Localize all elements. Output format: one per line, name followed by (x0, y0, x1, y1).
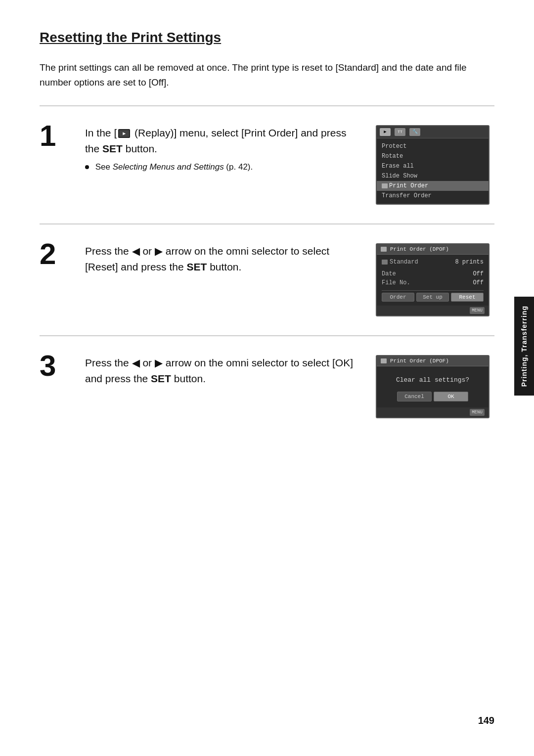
date-value: Off (473, 270, 484, 277)
standard-label: Standard (382, 259, 418, 266)
screen3-message: Clear all settings? (382, 376, 484, 384)
tab-replay: ▶ (380, 128, 391, 136)
fileno-label: File No. (382, 279, 410, 286)
step-1-number: 1 (40, 121, 65, 151)
screen3-menu-icon: MENU ↩ (470, 409, 485, 416)
side-label-container: Printing, Transferring (514, 297, 534, 396)
standard-value: 8 prints (455, 259, 484, 266)
step-1-subtext: See Selecting Menus and Settings (p. 42)… (85, 162, 356, 172)
date-label: Date (382, 270, 396, 277)
screen3-buttons: Cancel OK (382, 392, 484, 401)
tab-settings: 🔧 (409, 128, 420, 136)
camera-screen-2: Print Order (DPOF) Standard 8 prints Dat… (376, 243, 490, 316)
camera-screen-3: Print Order (DPOF) Clear all settings? C… (376, 355, 490, 418)
page-number: 149 (478, 715, 494, 726)
side-label-text: Printing, Transferring (520, 306, 528, 387)
step-1-page-ref: (p. 42). (224, 162, 253, 172)
step-2-text-p2: button. (207, 261, 241, 272)
screen2-standard-row: Standard 8 prints (382, 259, 484, 266)
step-1-text: In the [▶ (Replay)] menu, select [Print … (85, 125, 356, 157)
ok-btn: OK (434, 392, 468, 401)
menu-transfer-order: Transfer Order (377, 191, 489, 201)
step-1-text-before: In the [ (85, 127, 117, 138)
step-3-set-bold: SET (151, 373, 171, 384)
step-1-text-after: button. (123, 143, 157, 154)
page-title: Resetting the Print Settings (40, 30, 494, 45)
step-1-italic: Selecting Menus and Settings (113, 162, 224, 172)
step-3-body: Press the ◀ or ▶ arrow on the omni selec… (85, 355, 356, 387)
setup-btn: Set up (416, 293, 449, 302)
order-btn: Order (382, 293, 414, 302)
step-3-section: 3 Press the ◀ or ▶ arrow on the omni sel… (40, 335, 494, 437)
screen1-header: ▶ TT 🔧 (377, 126, 489, 138)
step-3-number: 3 (40, 351, 65, 381)
replay-icon: ▶ (118, 129, 130, 138)
step-1-section: 1 In the [▶ (Replay)] menu, select [Prin… (40, 105, 494, 223)
step-3-text: Press the ◀ or ▶ arrow on the omni selec… (85, 355, 356, 387)
step-2-body: Press the ◀ or ▶ arrow on the omni selec… (85, 243, 356, 275)
camera-screen-1: ▶ TT 🔧 Protect Rotate Erase all Slide Sh… (376, 125, 490, 205)
menu-slide-show: Slide Show (377, 171, 489, 181)
step-3-text-p1: Press the ◀ or ▶ arrow on the omni selec… (85, 357, 353, 385)
menu-protect: Protect (377, 141, 489, 151)
screen3-body: Clear all settings? Cancel OK (377, 366, 489, 407)
step-2-set-bold: SET (186, 261, 207, 272)
step-2-text: Press the ◀ or ▶ arrow on the omni selec… (85, 243, 356, 275)
screen3-header: Print Order (DPOF) (377, 356, 489, 366)
step-2-section: 2 Press the ◀ or ▶ arrow on the omni sel… (40, 223, 494, 335)
menu-erase-all: Erase all (377, 161, 489, 171)
screen2-buttons: Order Set up Reset (382, 290, 484, 302)
bullet-icon (85, 165, 89, 169)
screen2-body: Standard 8 prints Date Off File No. Off (377, 255, 489, 306)
fileno-value: Off (473, 279, 484, 286)
step-3-image: Print Order (DPOF) Clear all settings? C… (376, 355, 494, 418)
step-1-see-label: See (95, 162, 113, 172)
step-3-text-p2: button. (171, 373, 206, 384)
screen2-footer: MENU ↩ (377, 306, 489, 315)
menu-rotate: Rotate (377, 151, 489, 161)
step-1-body: In the [▶ (Replay)] menu, select [Print … (85, 125, 356, 172)
cancel-btn: Cancel (397, 392, 432, 401)
screen2-title: Print Order (DPOF) (390, 246, 449, 252)
screen2-fileno-row: File No. Off (382, 279, 484, 286)
screen1-menu: Protect Rotate Erase all Slide Show Prin… (377, 138, 489, 204)
menu-footer-icon: MENU ↩ (470, 307, 485, 314)
step-2-image: Print Order (DPOF) Standard 8 prints Dat… (376, 243, 494, 316)
step-1-set-bold: SET (102, 143, 123, 154)
intro-paragraph: The print settings can all be removed at… (40, 60, 494, 90)
step-1-image: ▶ TT 🔧 Protect Rotate Erase all Slide Sh… (376, 125, 494, 205)
reset-btn: Reset (451, 293, 484, 302)
step-2-number: 2 (40, 239, 65, 269)
screen3-footer: MENU ↩ (377, 407, 489, 417)
screen2-header: Print Order (DPOF) (377, 244, 489, 255)
tab-tt: TT (395, 128, 405, 136)
menu-print-order: Print Order (377, 181, 489, 191)
screen2-date-row: Date Off (382, 270, 484, 277)
screen3-title: Print Order (DPOF) (390, 358, 449, 364)
